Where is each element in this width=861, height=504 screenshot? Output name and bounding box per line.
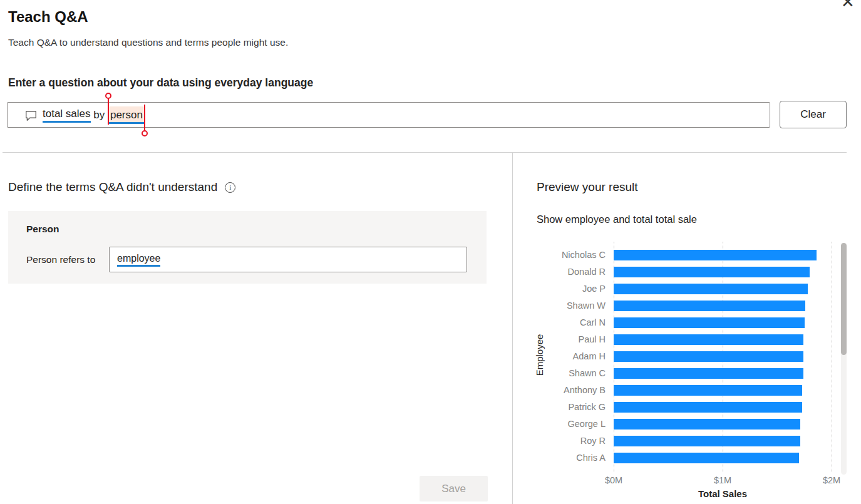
bar[interactable] xyxy=(614,284,808,294)
question-term-recognized[interactable]: total sales xyxy=(43,108,91,123)
category-label: Joe P xyxy=(529,284,606,294)
chart-row: Joe P xyxy=(529,284,855,294)
page-subtitle: Teach Q&A to understand questions and te… xyxy=(8,37,288,48)
info-icon[interactable]: i xyxy=(225,182,235,193)
chat-bubble-icon xyxy=(25,110,37,121)
bar[interactable] xyxy=(614,402,802,413)
bar[interactable] xyxy=(614,301,805,311)
teach-qa-dialog: ✕ Teach Q&A Teach Q&A to understand ques… xyxy=(0,0,861,504)
bar[interactable] xyxy=(614,351,803,362)
preview-heading: Preview your result xyxy=(537,180,638,194)
x-axis-title: Total Sales xyxy=(698,488,747,499)
category-label: George L xyxy=(529,419,606,429)
preview-chart: Employee Total Sales $0M$1M$2MNicholas C… xyxy=(529,242,855,504)
chart-row: Nicholas C xyxy=(529,250,855,260)
category-label: Shawn W xyxy=(529,301,606,311)
chart-row: Roy R xyxy=(529,436,855,446)
chart-row: George L xyxy=(529,419,855,429)
x-axis-tick-label: $2M xyxy=(823,475,840,485)
bar[interactable] xyxy=(614,334,803,345)
bar[interactable] xyxy=(614,385,802,396)
category-label: Anthony B xyxy=(529,385,606,396)
question-connector: by xyxy=(91,109,108,121)
category-label: Patrick G xyxy=(529,402,606,413)
bar[interactable] xyxy=(614,419,800,429)
bar[interactable] xyxy=(614,267,810,277)
bar[interactable] xyxy=(614,368,803,379)
bar[interactable] xyxy=(614,250,817,260)
chart-row: Paul H xyxy=(529,334,855,345)
close-icon[interactable]: ✕ xyxy=(841,0,855,10)
term-definition-input[interactable]: employee xyxy=(109,247,467,272)
category-label: Adam H xyxy=(529,351,606,362)
term-name: Person xyxy=(26,224,59,235)
chart-row: Adam H xyxy=(529,351,855,362)
x-axis-tick-label: $1M xyxy=(714,475,731,485)
category-label: Shawn C xyxy=(529,368,606,379)
vertical-divider xyxy=(512,153,513,504)
chart-row: Shawn C xyxy=(529,368,855,379)
category-label: Carl N xyxy=(529,317,606,328)
category-label: Donald R xyxy=(529,267,606,277)
chart-row: Patrick G xyxy=(529,402,855,413)
selection-grip-right-icon[interactable] xyxy=(144,105,145,131)
chart-row: Donald R xyxy=(529,267,855,277)
term-definition-card: Person Person refers to employee xyxy=(8,211,487,284)
clear-button[interactable]: Clear xyxy=(780,101,847,128)
term-refers-label: Person refers to xyxy=(26,254,95,265)
bar[interactable] xyxy=(614,317,805,328)
category-label: Chris A xyxy=(529,453,606,463)
preview-question-text: Show employee and total total sale xyxy=(537,213,697,225)
selection-grip-left-icon[interactable] xyxy=(108,98,109,125)
chart-row: Chris A xyxy=(529,453,855,463)
category-label: Paul H xyxy=(529,334,606,345)
chart-row: Anthony B xyxy=(529,385,855,396)
category-label: Roy R xyxy=(529,436,606,446)
question-term-selected[interactable]: person xyxy=(108,106,145,124)
define-terms-heading-text: Define the terms Q&A didn't understand xyxy=(8,180,217,194)
page-title: Teach Q&A xyxy=(8,8,88,26)
chart-row: Carl N xyxy=(529,317,855,328)
question-input[interactable]: total sales by person xyxy=(7,102,770,128)
bar[interactable] xyxy=(614,453,799,463)
x-axis-tick-label: $0M xyxy=(605,475,622,485)
save-button[interactable]: Save xyxy=(420,476,488,501)
question-section-label: Enter a question about your data using e… xyxy=(8,76,313,90)
category-label: Nicholas C xyxy=(529,250,606,260)
define-terms-heading: Define the terms Q&A didn't understand i xyxy=(8,180,235,194)
bar[interactable] xyxy=(614,436,800,446)
chart-row: Shawn W xyxy=(529,301,855,311)
selected-term-text: person xyxy=(108,106,145,124)
term-definition-value: employee xyxy=(117,253,160,267)
horizontal-divider xyxy=(3,152,847,153)
